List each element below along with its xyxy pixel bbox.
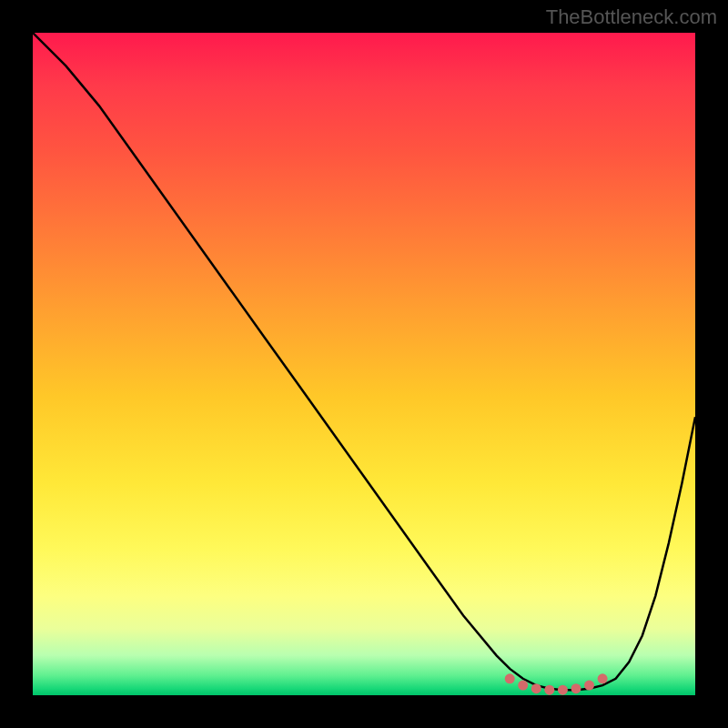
bottleneck-curve bbox=[33, 33, 695, 690]
flat-dot bbox=[598, 673, 608, 683]
watermark-text: TheBottleneck.com bbox=[546, 5, 717, 29]
curve-svg bbox=[33, 33, 695, 695]
plot-area bbox=[33, 33, 695, 695]
flat-dot bbox=[505, 673, 515, 683]
flat-dot bbox=[571, 683, 581, 693]
flat-dot bbox=[584, 681, 594, 691]
flat-dot bbox=[518, 681, 528, 691]
flat-dot bbox=[544, 685, 554, 695]
flat-dot bbox=[531, 683, 541, 693]
flat-dot bbox=[558, 685, 568, 695]
